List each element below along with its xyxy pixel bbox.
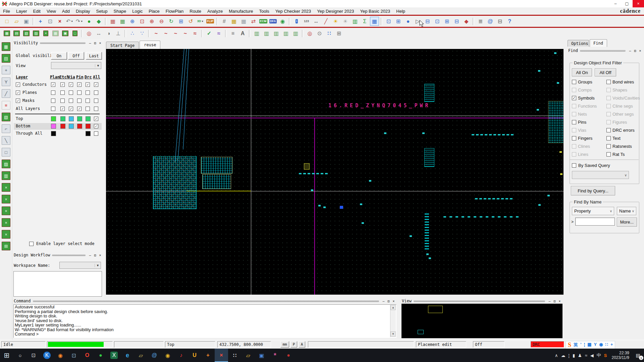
measure-icon[interactable]: ↔ [94,29,103,38]
pin-dots-2-icon[interactable]: ∵ [138,29,147,38]
find-filter-checkbox[interactable] [606,136,611,140]
layer-cell-checkbox[interactable]: ✓ [77,107,82,111]
layer-color-row-top[interactable]: Top✓ [12,116,104,122]
find-filter-checkbox[interactable] [572,136,576,140]
move-tool-icon[interactable]: + [36,17,45,26]
color-dialog-icon[interactable]: ▦ [229,17,238,26]
board-op-2-icon[interactable]: ▥ [262,29,271,38]
pin-dots-1-icon[interactable]: ∴ [128,29,137,38]
panel-minimize-icon[interactable]: – [381,299,386,303]
side-xnet-4-icon[interactable]: × [2,218,10,227]
ime-icon-0[interactable]: 英 [574,342,578,348]
layer-cell-checkbox[interactable]: ✓ [77,82,82,87]
more-button[interactable]: More... [617,218,637,227]
layer-cell-checkbox[interactable] [86,90,90,95]
show-element-icon[interactable]: i [292,17,301,26]
close-button[interactable]: × [633,0,644,7]
show-measure-icon[interactable]: 123 [302,17,311,26]
side-visibility-icon[interactable]: ▦ [2,42,10,51]
app-excel-icon[interactable]: X [107,349,121,362]
ime-toolbar[interactable]: S 英’¦▦Y◉∷+ [566,341,615,349]
find-filter-checkbox[interactable] [606,152,611,157]
side-flask-icon[interactable]: ▨ [2,160,10,168]
side-wrench-icon[interactable]: ⌐ [2,124,10,133]
find-filter-checkbox[interactable] [606,128,611,132]
app-settings-icon[interactable]: * [268,349,282,362]
enable-layer-select-checkbox[interactable] [29,242,34,246]
undo-icon[interactable]: ↶▼ [65,17,74,26]
tray-volume-icon[interactable]: ◀ [590,353,594,358]
layer-color-swatch[interactable] [51,116,56,121]
menu-yep-basic-2023[interactable]: Yep Basic 2023 [357,8,393,14]
layer-self-checkbox[interactable]: ✓ [16,82,20,87]
layer-cell-checkbox[interactable] [69,99,73,103]
side-xnet-1-icon[interactable]: × [2,183,10,192]
tray-onedrive-icon[interactable]: ☁ [561,353,565,358]
global-off-button[interactable]: Off [68,52,84,60]
layer-color-swatch[interactable] [69,116,74,121]
tray-wifi-icon[interactable]: ≈ [585,353,587,358]
panel-float-icon[interactable]: ⊡ [386,299,391,303]
workflow-list[interactable] [13,271,102,297]
help-icon[interactable]: ? [505,17,514,26]
copy-tool-icon[interactable]: ⊡ [46,17,55,26]
side-cut-icon[interactable]: ╱ [2,89,10,98]
shape-disabled-icon[interactable]: ▦ [51,29,60,38]
units-button[interactable]: mm [280,341,289,348]
menu-add[interactable]: Add [59,8,73,14]
datum-icon[interactable]: ⊥ [114,29,123,38]
side-pliers-icon[interactable]: Y [2,77,10,86]
command-scrollbar[interactable]: ▲ ▼ [390,305,396,337]
route-3-icon[interactable]: ~ [171,29,180,38]
layer-cell-checkbox[interactable]: ✓ [60,107,65,111]
menu-yep-designer-2023[interactable]: Yep Designer 2023 [314,8,357,14]
side-square-icon[interactable]: □ [2,148,10,157]
side-xnet-2-icon[interactable]: × [2,195,10,203]
layer-cell-checkbox[interactable] [86,107,90,111]
window-1-icon[interactable]: ⊡ [384,17,393,26]
side-grid-icon[interactable]: ⊞ [2,242,10,250]
menu-view[interactable]: View [44,8,59,14]
board-op-3-icon[interactable]: ▥ [272,29,281,38]
board-op-1-icon[interactable]: ▥ [252,29,261,38]
menu-edit[interactable]: Edit [30,8,43,14]
workflow-panel-header[interactable]: Design Workflow – ⊡ × [12,252,104,258]
side-knife-icon[interactable]: ╲ [2,136,10,145]
find-filter-checkbox[interactable]: ✓ [572,96,576,100]
panel-minimize-icon[interactable]: – [88,253,93,257]
text-edit-icon[interactable]: A [238,29,247,38]
design-tab-reuse[interactable]: reuse [140,41,160,49]
by-saved-query-checkbox[interactable] [572,163,576,168]
app-remote-icon[interactable]: ⊡ [67,349,80,362]
panel-grip[interactable] [580,50,626,52]
menu-help[interactable]: Help [393,8,408,14]
layer-cell-checkbox[interactable]: ✓ [51,82,55,87]
text-align-icon[interactable]: ≡ [228,29,237,38]
panel-close-icon[interactable]: × [391,299,396,303]
layer-cell-checkbox[interactable] [94,90,98,95]
tray-battery-icon[interactable]: ▮ [573,353,575,358]
dimension-icon[interactable]: ↔ [312,17,321,26]
zoom-in-icon[interactable]: ⊕ [147,17,156,26]
dehighlight-icon[interactable]: ☀ [341,17,350,26]
layer-color-swatch[interactable] [69,124,74,129]
layer-cell-checkbox[interactable]: ✓ [60,82,65,87]
layer-color-swatch[interactable] [60,124,65,129]
panel-grip[interactable] [414,300,545,302]
global-last-button[interactable]: Last [86,52,102,60]
shadow-mode-icon[interactable]: ▦ [239,17,248,26]
panel-float-icon[interactable]: ⊡ [633,49,638,53]
tray-ime-icon[interactable]: 中 [597,352,601,358]
panel-grip[interactable] [52,254,86,256]
layer-cell-checkbox[interactable] [51,99,55,103]
menu-logic[interactable]: Logic [129,8,146,14]
app-mail-icon[interactable]: @ [148,349,161,362]
app-recorder-icon[interactable]: ● [282,349,295,362]
ime-icon-4[interactable]: Y [594,342,597,348]
window-4-icon[interactable]: ⊡ [433,17,442,26]
window-6-icon[interactable]: ⊟ [452,17,461,26]
side-brush-icon[interactable]: ▥ [2,171,10,180]
panel-minimize-icon[interactable]: – [547,299,552,303]
find-name-input[interactable] [575,218,615,226]
menu-display[interactable]: Display [73,8,93,14]
